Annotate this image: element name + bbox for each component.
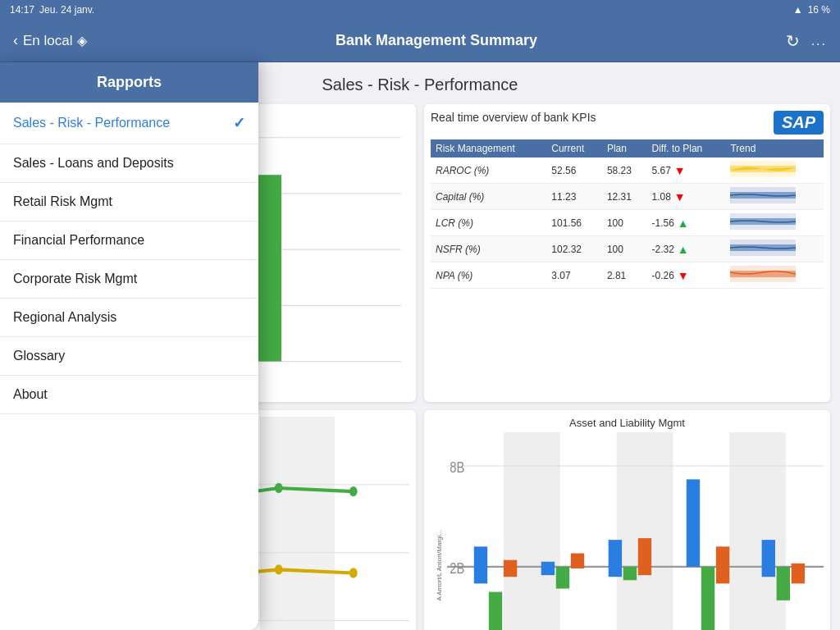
col-plan: Plan: [602, 139, 647, 158]
status-day: Jeu. 24 janv.: [39, 4, 94, 16]
svg-point-29: [349, 486, 358, 496]
kpi-plan: 100: [602, 210, 647, 236]
main-container: Sales - Risk - Performance nces ($): [0, 62, 840, 630]
kpi-row-1: Capital (%) 11.23 12.31 1.08 ▼: [431, 184, 824, 210]
asset-chart-title: Asset and Liability Mgmt: [431, 417, 824, 429]
kpi-plan: 58.23: [602, 158, 647, 184]
kpi-trend: [725, 158, 824, 184]
svg-rect-66: [716, 547, 729, 584]
kpi-current: 3.07: [546, 262, 602, 289]
kpi-diff: 5.67 ▼: [646, 158, 725, 184]
sidebar-item-4[interactable]: Corporate Risk Mgmt: [0, 260, 258, 299]
kpi-table: Risk Management Current Plan Diff. to Pl…: [431, 139, 824, 289]
kpi-trend: [725, 184, 824, 210]
kpi-row-0: RAROC (%) 52.56 58.23 5.67 ▼: [431, 158, 824, 184]
svg-rect-60: [571, 554, 584, 568]
chevron-left-icon: ‹: [13, 32, 18, 49]
svg-rect-59: [556, 567, 569, 589]
more-button[interactable]: ...: [811, 34, 827, 48]
sidebar-item-2[interactable]: Retail Risk Mgmt: [0, 183, 258, 221]
col-diff: Diff. to Plan: [646, 139, 725, 158]
sidebar-item-1[interactable]: Sales - Loans and Deposits: [0, 144, 258, 183]
status-time: 14:17: [10, 4, 34, 16]
kpi-plan: 100: [602, 236, 647, 262]
layers-icon: ◈: [77, 33, 87, 48]
sidebar-item-3[interactable]: Financial Performance: [0, 221, 258, 260]
asset-liability-chart: Asset and Liability Mgmt A Amort/L Amort…: [424, 410, 830, 630]
kpi-plan: 2.81: [602, 262, 647, 289]
kpi-name: NSFR (%): [431, 236, 546, 262]
kpi-row-4: NPA (%) 3.07 2.81 -0.26 ▼: [431, 262, 824, 289]
col-current: Current: [546, 139, 602, 158]
kpi-name: NPA (%): [431, 262, 546, 289]
kpi-trend: [725, 262, 824, 289]
kpi-current: 52.56: [546, 158, 602, 184]
svg-rect-62: [623, 567, 637, 580]
kpi-row-3: NSFR (%) 102.32 100 -2.32 ▲: [431, 236, 824, 262]
kpi-plan: 12.31: [602, 184, 647, 210]
back-label: En local: [23, 33, 72, 49]
svg-rect-69: [792, 564, 805, 584]
kpi-diff: 1.08 ▼: [646, 184, 725, 210]
sidebar-item-7[interactable]: About: [0, 376, 258, 414]
svg-rect-19: [260, 417, 335, 630]
nav-bar: ‹ En local ◈ Bank Management Summary ↻ .…: [0, 20, 840, 62]
svg-rect-67: [762, 540, 775, 577]
kpi-current: 101.56: [546, 210, 602, 236]
svg-rect-58: [541, 562, 555, 575]
kpi-diff: -0.26 ▼: [646, 262, 725, 289]
kpi-card: Real time overview of bank KPIs SAP Risk…: [424, 104, 830, 402]
svg-rect-55: [474, 547, 487, 584]
page-header-title: Bank Management Summary: [336, 32, 537, 49]
battery-level: 16 %: [808, 4, 830, 16]
col-risk: Risk Management: [431, 139, 546, 158]
svg-rect-46: [504, 432, 560, 630]
sap-logo: SAP: [774, 111, 824, 135]
svg-point-33: [275, 564, 283, 574]
kpi-name: RAROC (%): [431, 158, 546, 184]
svg-rect-61: [609, 540, 622, 577]
svg-text:2B: 2B: [450, 560, 464, 578]
kpi-name: LCR (%): [431, 210, 546, 236]
kpi-current: 102.32: [546, 236, 602, 262]
kpi-row-2: LCR (%) 101.56 100 -1.56 ▲: [431, 210, 824, 236]
sidebar-item-5[interactable]: Regional Analysis: [0, 299, 258, 337]
svg-rect-65: [701, 567, 714, 630]
kpi-diff: -2.32 ▲: [646, 236, 725, 262]
refresh-button[interactable]: ↻: [786, 31, 800, 51]
svg-rect-68: [777, 567, 790, 600]
svg-rect-64: [687, 480, 700, 568]
sidebar-item-0[interactable]: Sales - Risk - Performance✓: [0, 103, 258, 144]
col-trend: Trend: [725, 139, 824, 158]
svg-point-34: [349, 568, 358, 578]
kpi-title: Real time overview of bank KPIs: [431, 111, 596, 124]
kpi-trend: [725, 236, 824, 262]
kpi-name: Capital (%): [431, 184, 546, 210]
back-button[interactable]: ‹ En local ◈: [13, 32, 87, 49]
status-bar: 14:17 Jeu. 24 janv. ▲ 16 %: [0, 0, 840, 20]
sidebar-item-6[interactable]: Glossary: [0, 337, 258, 376]
svg-rect-57: [504, 560, 517, 577]
sidebar-header: Rapports: [0, 62, 258, 103]
kpi-current: 11.23: [546, 184, 602, 210]
svg-rect-56: [489, 592, 502, 630]
svg-text:8B: 8B: [450, 459, 464, 477]
svg-rect-63: [638, 538, 651, 575]
wifi-icon: ▲: [793, 4, 803, 16]
sidebar: Rapports Sales - Risk - Performance✓Sale…: [0, 62, 258, 630]
svg-rect-47: [617, 432, 673, 630]
kpi-diff: -1.56 ▲: [646, 210, 725, 236]
svg-point-28: [275, 483, 283, 493]
kpi-trend: [725, 210, 824, 236]
